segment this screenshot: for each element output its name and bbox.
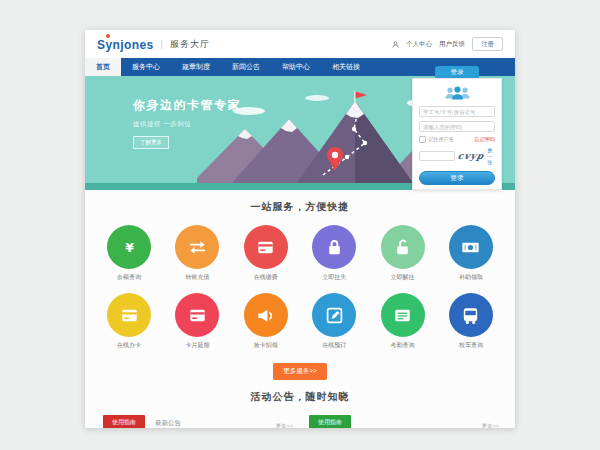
service-label: 立即解挂 xyxy=(379,273,427,282)
announcement-tab-active[interactable]: 使用指南 xyxy=(103,415,145,428)
service-label: 捡卡招领 xyxy=(242,341,290,350)
service-item[interactable]: 考勤查询 xyxy=(379,293,427,350)
page-backdrop: Synjones | 服务大厅 个人中心 用户反馈 注册 首页服务中心规章制度新… xyxy=(0,0,600,450)
service-item[interactable]: 校车查询 xyxy=(447,293,495,350)
yen-icon: ¥ xyxy=(107,225,151,269)
service-label: 转账充值 xyxy=(173,273,221,282)
nav-item[interactable]: 帮助中心 xyxy=(271,58,321,76)
announcement-tab-active[interactable]: 使用指南 xyxy=(309,415,351,428)
list-icon xyxy=(381,293,425,337)
person-icon xyxy=(392,41,399,48)
announcements-title: 活动公告，随时知晓 xyxy=(85,380,515,404)
header: Synjones | 服务大厅 个人中心 用户反馈 注册 xyxy=(85,30,515,58)
service-item[interactable]: 在线缴费 xyxy=(242,225,290,282)
service-label: 在线办卡 xyxy=(105,341,153,350)
login-button[interactable]: 登录 xyxy=(419,171,495,185)
header-right: 个人中心 用户反馈 注册 xyxy=(392,37,503,51)
edit-icon xyxy=(312,293,356,337)
megaphone-icon xyxy=(244,293,288,337)
users-icon xyxy=(444,85,471,101)
announcement-tab[interactable]: 最新公告 xyxy=(155,415,181,428)
captcha-input[interactable] xyxy=(419,151,455,161)
service-item[interactable]: 在线办卡 xyxy=(105,293,153,350)
captcha-image[interactable]: cvyp xyxy=(457,151,485,161)
lock-icon xyxy=(312,225,356,269)
service-label: 补助领取 xyxy=(447,273,495,282)
service-label: 考勤查询 xyxy=(379,341,427,350)
remember-checkbox[interactable] xyxy=(419,136,426,143)
transfer-icon xyxy=(175,225,219,269)
services-row-2: 在线办卡卡片延期捡卡招领在线预订考勤查询校车查询 xyxy=(85,293,515,350)
header-link-personal-center[interactable]: 个人中心 xyxy=(406,40,432,49)
announcement-panel: 使用指南最新公告更多>> xyxy=(99,413,295,428)
announcement-panel: 使用指南更多>> xyxy=(305,413,501,428)
service-item[interactable]: 捡卡招领 xyxy=(242,293,290,350)
banknote-icon xyxy=(449,225,493,269)
service-label: 卡片延期 xyxy=(173,341,221,350)
service-label: 在线缴费 xyxy=(242,273,290,282)
services-title: 一站服务，方便快捷 xyxy=(85,190,515,214)
announcements-panels: 使用指南最新公告更多>>使用指南更多>> xyxy=(85,413,515,428)
service-label: 立即挂失 xyxy=(310,273,358,282)
unlock-icon xyxy=(381,225,425,269)
service-item[interactable]: 补助领取 xyxy=(447,225,495,282)
header-link-user-feedback[interactable]: 用户反馈 xyxy=(439,40,465,49)
header-divider: | xyxy=(161,39,163,49)
announcement-panel-tabs: 使用指南最新公告更多>> xyxy=(99,413,295,428)
nav-item[interactable]: 规章制度 xyxy=(171,58,221,76)
forgot-password-link[interactable]: 忘记密码 xyxy=(474,136,495,143)
captcha-refresh-link[interactable]: 换一张 xyxy=(487,147,495,165)
login-tab[interactable]: 登录 xyxy=(435,66,479,78)
service-label: 余额查询 xyxy=(105,273,153,282)
hero-text-block: 你身边的卡管专家 提供捷径 一步到位 了解更多 xyxy=(133,97,241,149)
service-item[interactable]: 立即挂失 xyxy=(310,225,358,282)
portal-name: 服务大厅 xyxy=(170,38,210,51)
nav-item[interactable]: 服务中心 xyxy=(121,58,171,76)
nav-item[interactable]: 相关链接 xyxy=(321,58,371,76)
announcement-panel-tabs: 使用指南更多>> xyxy=(305,413,501,428)
announcements-section: 活动公告，随时知晓 使用指南最新公告更多>>使用指南更多>> xyxy=(85,380,515,428)
card-icon xyxy=(107,293,151,337)
remember-label: 记住用户名 xyxy=(428,136,454,143)
hero-subline: 提供捷径 一步到位 xyxy=(133,120,241,129)
logo[interactable]: Synjones xyxy=(97,35,154,53)
service-item[interactable]: 在线预订 xyxy=(310,293,358,350)
nav-item[interactable]: 首页 xyxy=(85,58,121,76)
lower-content: 一站服务，方便快捷 ¥余额查询转账充值在线缴费立即挂失立即解挂补助领取 在线办卡… xyxy=(85,190,515,428)
services-section: 一站服务，方便快捷 ¥余额查询转账充值在线缴费立即挂失立即解挂补助领取 在线办卡… xyxy=(85,190,515,380)
logo-accent-dot xyxy=(106,34,110,38)
username-input[interactable] xyxy=(419,106,495,117)
announcement-more-link[interactable]: 更多>> xyxy=(276,423,293,428)
announcement-more-link[interactable]: 更多>> xyxy=(482,423,499,428)
service-item[interactable]: 转账充值 xyxy=(173,225,221,282)
service-label: 在线预订 xyxy=(310,341,358,350)
login-panel: 登录 记住 xyxy=(412,66,502,190)
services-row-1: ¥余额查询转账充值在线缴费立即挂失立即解挂补助领取 xyxy=(85,225,515,282)
hero-cta-button[interactable]: 了解更多 xyxy=(133,136,169,149)
svg-text:¥: ¥ xyxy=(125,239,134,254)
logo-text: Synjones xyxy=(97,38,154,52)
remember-row: 记住用户名 忘记密码 xyxy=(419,136,495,143)
login-box: 记住用户名 忘记密码 cvyp 换一张 登录 xyxy=(412,78,502,190)
captcha-row: cvyp 换一张 xyxy=(419,147,495,165)
card-icon xyxy=(175,293,219,337)
nav-item[interactable]: 新闻公告 xyxy=(221,58,271,76)
service-label: 校车查询 xyxy=(447,341,495,350)
register-button[interactable]: 注册 xyxy=(472,37,503,51)
hero-headline: 你身边的卡管专家 xyxy=(133,97,241,114)
more-services-button[interactable]: 更多服务>> xyxy=(273,363,327,380)
bus-icon xyxy=(449,293,493,337)
service-item[interactable]: ¥余额查询 xyxy=(105,225,153,282)
site-window: Synjones | 服务大厅 个人中心 用户反馈 注册 首页服务中心规章制度新… xyxy=(85,30,515,428)
card-icon xyxy=(244,225,288,269)
password-input[interactable] xyxy=(419,121,495,132)
service-item[interactable]: 立即解挂 xyxy=(379,225,427,282)
service-item[interactable]: 卡片延期 xyxy=(173,293,221,350)
